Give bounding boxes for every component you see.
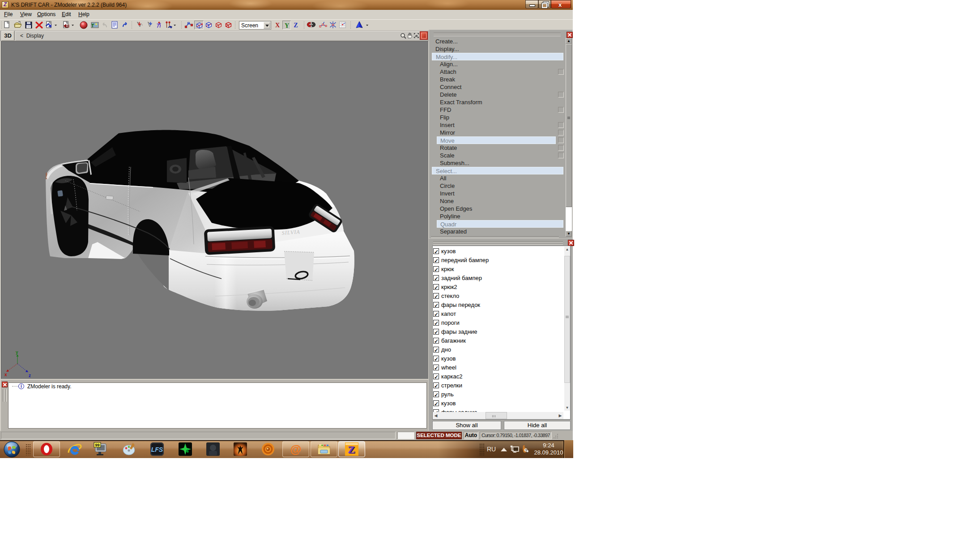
svg-text:x: x <box>4 372 7 377</box>
svg-text:z: z <box>29 373 31 378</box>
svg-text:Z: Z <box>348 444 355 455</box>
svg-text:Y: Y <box>285 22 290 29</box>
svg-text:X: X <box>275 21 280 29</box>
svg-text:99: 99 <box>95 443 99 447</box>
svg-text:y: y <box>16 350 18 355</box>
svg-text:@: @ <box>290 442 301 456</box>
svg-text:4: 4 <box>185 447 189 454</box>
svg-text:LFS: LFS <box>151 446 163 453</box>
svg-text:SILVIA: SILVIA <box>281 229 300 236</box>
svg-text:Z: Z <box>294 21 298 29</box>
